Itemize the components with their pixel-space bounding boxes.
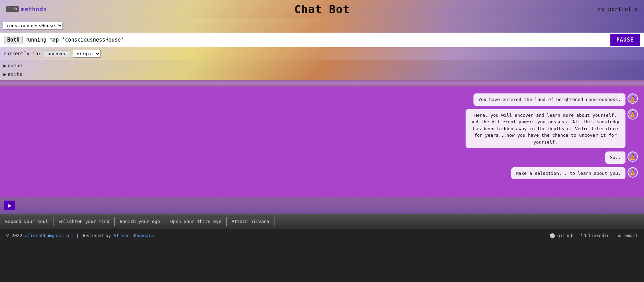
play-button[interactable]: ▶ xyxy=(4,201,15,210)
github-link[interactable]: ⬤ github xyxy=(549,232,573,238)
queue-exits-area: ▶ queue ▶ exits xyxy=(0,60,644,80)
choice-enlighten-mind[interactable]: Enlighten your mind xyxy=(53,217,115,226)
origin-select[interactable]: origin start end xyxy=(73,50,101,58)
choice-expand-soul[interactable]: Expand your soul xyxy=(0,217,53,226)
chat-row-1: You have entered the land of heightened … xyxy=(473,93,638,106)
github-icon: ⬤ xyxy=(549,232,555,238)
map-select[interactable]: consciousnessHouse map2 map3 xyxy=(3,22,63,30)
footer-author-link[interactable]: Afreen Bhumgara xyxy=(114,233,154,238)
choice-third-eye[interactable]: Open your third eye xyxy=(165,217,226,226)
status-left: Bot0 running map 'consciousnessHouse' xyxy=(4,36,124,44)
chat-row-3: So.. 🧘 xyxy=(605,151,638,164)
page-title: Chat Bot xyxy=(294,3,350,16)
footer-designed-by: | Designed by xyxy=(73,233,114,238)
exits-label: exits xyxy=(8,71,22,77)
queue-arrow: ▶ xyxy=(3,63,6,68)
linkedin-link[interactable]: in linkedin xyxy=(580,232,610,238)
footer-site-link[interactable]: afreenbhumgara.com xyxy=(25,233,73,238)
pause-button[interactable]: PAUSE xyxy=(610,34,640,46)
header-left: 1.00 methods xyxy=(6,5,47,13)
running-text: running map 'consciousnessHouse' xyxy=(25,37,124,43)
chat-bubble-2: Here, you will encover and learn more ab… xyxy=(466,109,625,148)
footer: © 2022 afreenbhumgara.com | Designed by … xyxy=(0,229,644,242)
gen-badge: 1.00 xyxy=(6,6,19,12)
chat-row-4: Make a selection... to learn about you. … xyxy=(511,167,638,180)
chat-avatar-4: 🧘 xyxy=(628,167,638,178)
footer-left: © 2022 afreenbhumgara.com | Designed by … xyxy=(6,233,154,238)
queue-row[interactable]: ▶ queue xyxy=(3,61,641,70)
queue-label: queue xyxy=(8,63,22,68)
currently-bar: currently in: uncover origin start end xyxy=(0,47,644,60)
footer-right: ⬤ github in linkedin ✉ email xyxy=(549,232,638,238)
portfolio-link[interactable]: my portfolio xyxy=(598,6,638,12)
choice-banish-ego[interactable]: Banish your ego xyxy=(115,217,165,226)
chat-bubble-3: So.. xyxy=(605,151,625,164)
footer-copyright: © 2022 xyxy=(6,233,25,238)
bot-name-badge: Bot0 xyxy=(4,36,23,44)
choice-nirvana[interactable]: Attain nirvana xyxy=(226,217,274,226)
chat-bubble-4: Make a selection... to learn about you. xyxy=(511,167,625,180)
linkedin-label: linkedin xyxy=(588,233,610,238)
chat-input-row: ▶ xyxy=(0,197,644,214)
bg-transition xyxy=(0,80,644,87)
choice-buttons: Expand your soul Enlighten your mind Ban… xyxy=(0,214,644,229)
map-bar: consciousnessHouse map2 map3 xyxy=(0,18,644,33)
github-label: github xyxy=(557,233,573,238)
chat-avatar-1: 🧘 xyxy=(628,93,638,104)
currently-in-label: currently in: xyxy=(3,51,41,56)
exits-arrow: ▶ xyxy=(3,71,6,77)
chat-area: You have entered the land of heightened … xyxy=(0,87,644,197)
email-link[interactable]: ✉ email xyxy=(617,232,638,238)
chat-bubble-1: You have entered the land of heightened … xyxy=(473,93,625,106)
chat-avatar-2: 🧘 xyxy=(628,109,638,120)
status-bar: Bot0 running map 'consciousnessHouse' PA… xyxy=(0,33,644,47)
linkedin-icon: in xyxy=(580,232,586,238)
chat-row-2: Here, you will encover and learn more ab… xyxy=(466,109,638,148)
email-label: email xyxy=(624,233,638,238)
header: 1.00 methods Chat Bot my portfolio xyxy=(0,0,644,18)
exits-row[interactable]: ▶ exits xyxy=(3,70,641,78)
uncover-button[interactable]: uncover xyxy=(44,50,70,57)
chat-avatar-3: 🧘 xyxy=(628,151,638,162)
header-methods-link[interactable]: methods xyxy=(21,5,47,13)
email-icon: ✉ xyxy=(617,232,623,238)
